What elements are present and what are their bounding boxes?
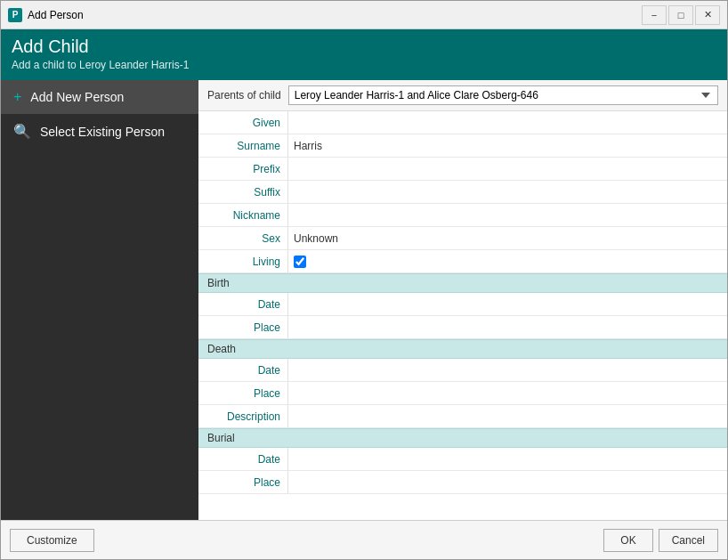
- add-new-label: Add New Person: [30, 90, 124, 104]
- form-area: Given Surname Harris Prefix Suffix Nickn…: [198, 111, 727, 520]
- form-row-sex: Sex Unknown: [198, 227, 727, 250]
- customize-button[interactable]: Customize: [10, 529, 94, 552]
- header-title: Add Child: [12, 37, 716, 57]
- parents-select[interactable]: Leroy Leander Harris-1 and Alice Clare O…: [288, 85, 718, 105]
- main-window: P Add Person − □ ✕ Add Child Add a child…: [0, 0, 728, 560]
- ok-button[interactable]: OK: [603, 529, 652, 552]
- living-label: Living: [198, 250, 287, 272]
- sex-label: Sex: [198, 227, 287, 249]
- living-checkbox-cell: [287, 250, 727, 272]
- death-date-input[interactable]: [287, 359, 727, 381]
- right-panel: Parents of child Leroy Leander Harris-1 …: [198, 80, 727, 520]
- cancel-button[interactable]: Cancel: [659, 529, 718, 552]
- sidebar: + Add New Person 🔍 Select Existing Perso…: [1, 80, 198, 520]
- given-label: Given: [198, 111, 287, 134]
- parents-row: Parents of child Leroy Leander Harris-1 …: [198, 80, 727, 111]
- header-subtitle: Add a child to Leroy Leander Harris-1: [12, 59, 716, 71]
- window-title: Add Person: [28, 9, 642, 21]
- select-existing-label: Select Existing Person: [40, 125, 165, 139]
- form-row-living: Living: [198, 250, 727, 273]
- title-bar: P Add Person − □ ✕: [1, 1, 727, 29]
- prefix-input[interactable]: [287, 158, 727, 180]
- bottom-bar: Customize OK Cancel: [1, 520, 727, 559]
- death-place-input[interactable]: [287, 382, 727, 404]
- surname-value: Harris: [287, 134, 727, 157]
- form-row-surname: Surname Harris: [198, 134, 727, 158]
- nickname-label: Nickname: [198, 204, 287, 226]
- burial-section-header: Burial: [198, 428, 727, 448]
- parents-label: Parents of child: [207, 89, 281, 101]
- burial-date-input[interactable]: [287, 448, 727, 470]
- nickname-input[interactable]: [287, 204, 727, 226]
- burial-place-input[interactable]: [287, 471, 727, 493]
- window-icon: P: [8, 8, 22, 22]
- minimize-button[interactable]: −: [642, 5, 667, 25]
- given-input[interactable]: [287, 111, 727, 134]
- living-checkbox[interactable]: [294, 256, 306, 268]
- form-row-given: Given: [198, 111, 727, 134]
- form-row-nickname: Nickname: [198, 204, 727, 227]
- suffix-input[interactable]: [287, 181, 727, 203]
- form-row-prefix: Prefix: [198, 158, 727, 181]
- plus-icon: +: [13, 89, 21, 105]
- main-content: + Add New Person 🔍 Select Existing Perso…: [1, 80, 727, 520]
- death-description-input[interactable]: [287, 405, 727, 427]
- death-description-label: Description: [198, 405, 287, 427]
- bottom-right-buttons: OK Cancel: [603, 529, 718, 552]
- birth-place-input[interactable]: [287, 316, 727, 338]
- form-row-death-date: Date: [198, 359, 727, 382]
- form-row-burial-place: Place: [198, 471, 727, 494]
- form-row-burial-date: Date: [198, 448, 727, 471]
- form-row-birth-date: Date: [198, 293, 727, 316]
- suffix-label: Suffix: [198, 181, 287, 203]
- death-date-label: Date: [198, 359, 287, 381]
- form-row-death-description: Description: [198, 405, 727, 428]
- sidebar-item-add-new[interactable]: + Add New Person: [1, 80, 198, 114]
- death-section-header: Death: [198, 339, 727, 359]
- birth-place-label: Place: [198, 316, 287, 338]
- maximize-button[interactable]: □: [668, 5, 693, 25]
- birth-date-label: Date: [198, 293, 287, 315]
- sidebar-item-select-existing[interactable]: 🔍 Select Existing Person: [1, 114, 198, 149]
- title-bar-buttons: − □ ✕: [642, 5, 720, 25]
- death-place-label: Place: [198, 382, 287, 404]
- sex-value: Unknown: [287, 227, 727, 249]
- birth-section-header: Birth: [198, 273, 727, 293]
- header: Add Child Add a child to Leroy Leander H…: [1, 29, 727, 80]
- prefix-label: Prefix: [198, 158, 287, 180]
- form-row-suffix: Suffix: [198, 181, 727, 204]
- form-row-death-place: Place: [198, 382, 727, 405]
- burial-date-label: Date: [198, 448, 287, 470]
- search-icon: 🔍: [13, 123, 31, 140]
- form-row-birth-place: Place: [198, 316, 727, 339]
- birth-date-input[interactable]: [287, 293, 727, 315]
- surname-label: Surname: [198, 134, 287, 157]
- close-button[interactable]: ✕: [695, 5, 720, 25]
- burial-place-label: Place: [198, 471, 287, 493]
